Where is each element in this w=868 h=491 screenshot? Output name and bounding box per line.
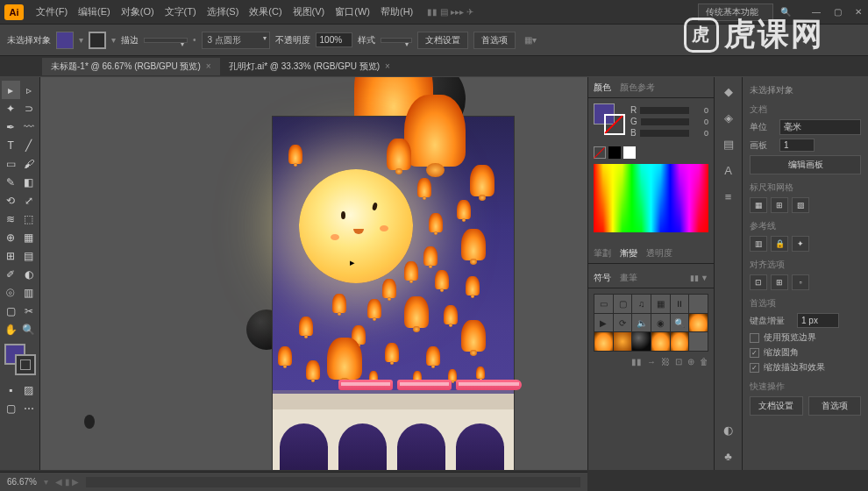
maximize-button[interactable]: ▢	[832, 7, 843, 17]
zoom-tool[interactable]: 🔍	[20, 320, 39, 338]
symbol-item[interactable]	[689, 295, 708, 313]
menu-effect[interactable]: 效果(C)	[244, 5, 287, 18]
symbol-libraries-icon[interactable]: ▮▮	[631, 357, 642, 366]
symbols-panel-tab[interactable]: 符号	[594, 272, 611, 284]
snap-point[interactable]: ⊡	[750, 274, 767, 290]
curvature-tool[interactable]: 〰	[20, 117, 39, 136]
key-increment-input[interactable]	[797, 313, 839, 328]
symbol-item[interactable]	[671, 332, 689, 351]
black-swatch[interactable]	[608, 146, 621, 159]
delete-symbol-icon[interactable]: 🗑	[700, 357, 708, 366]
libraries-dock-icon[interactable]: ▤	[720, 135, 737, 153]
width-tool[interactable]: ≋	[2, 210, 20, 228]
menu-help[interactable]: 帮助(H)	[375, 5, 418, 18]
properties-dock-icon[interactable]: ◆	[720, 82, 737, 100]
b-slider[interactable]	[640, 130, 689, 137]
appearance-dock-icon[interactable]: ◐	[720, 421, 737, 438]
graph-tool[interactable]: ▥	[20, 283, 39, 302]
doc-setup-button[interactable]: 文档设置	[417, 32, 468, 49]
symbol-options-icon[interactable]: ⊡	[675, 357, 682, 366]
symbol-item[interactable]: 🔍	[671, 314, 689, 332]
document-tab-1[interactable]: 未标题-1* @ 66.67% (RGB/GPU 预览)×	[42, 58, 220, 75]
scale-effects-checkbox[interactable]: ✓	[750, 363, 759, 373]
color-mode-gradient[interactable]: ▨	[20, 381, 39, 399]
symbol-item[interactable]	[689, 332, 708, 351]
grid-toggle[interactable]: ⊞	[771, 197, 788, 213]
hand-tool[interactable]: ✋	[2, 320, 20, 338]
align-dock-icon[interactable]: ≡	[720, 188, 737, 205]
symbol-item[interactable]	[651, 332, 670, 351]
pen-tool[interactable]: ✒	[2, 117, 20, 136]
canvas[interactable]: ▸	[40, 77, 587, 470]
r-slider[interactable]	[640, 107, 689, 114]
menu-file[interactable]: 文件(F)	[31, 5, 73, 18]
menu-view[interactable]: 视图(V)	[288, 5, 331, 18]
style-dropdown[interactable]	[381, 38, 412, 43]
guides-lock[interactable]: 🔒	[771, 236, 788, 252]
paintbrush-tool[interactable]: 🖌	[20, 154, 39, 173]
quick-prefs-button[interactable]: 首选项	[808, 396, 862, 416]
stroke-swatch[interactable]	[89, 32, 106, 49]
menu-select[interactable]: 选择(S)	[202, 5, 245, 18]
snap-pixel[interactable]: ▫	[792, 274, 809, 290]
perspective-tool[interactable]: ▦	[20, 228, 39, 246]
color-guide-tab[interactable]: 颜色参考	[620, 82, 655, 94]
free-transform-tool[interactable]: ⬚	[20, 210, 39, 228]
rectangle-tool[interactable]: ▭	[2, 154, 20, 173]
menu-object[interactable]: 对象(O)	[116, 5, 160, 18]
shaper-tool[interactable]: ✎	[2, 173, 20, 191]
shape-builder-tool[interactable]: ⊕	[2, 228, 20, 246]
units-select[interactable]: 毫米	[779, 119, 861, 135]
color-spectrum[interactable]	[594, 164, 708, 232]
edit-toolbar[interactable]: ⋯	[20, 399, 39, 417]
magic-wand-tool[interactable]: ✦	[2, 99, 20, 117]
symbol-item[interactable]: ♫	[632, 295, 651, 313]
symbol-item[interactable]: ▦	[651, 295, 670, 313]
gradient-panel-tab[interactable]: 漸變	[620, 247, 637, 260]
close-button[interactable]: ✕	[853, 7, 864, 17]
lasso-tool[interactable]: ⊃	[20, 99, 39, 117]
screen-mode[interactable]: ▢	[2, 399, 20, 417]
scale-corners-checkbox[interactable]: ✓	[750, 348, 759, 358]
symbol-item[interactable]: ▢	[614, 295, 632, 313]
menu-window[interactable]: 窗口(W)	[330, 5, 375, 18]
layers-dock-icon[interactable]: ◈	[720, 109, 737, 126]
stroke-color[interactable]	[15, 354, 36, 375]
menu-type[interactable]: 文字(T)	[160, 5, 202, 18]
mesh-tool[interactable]: ⊞	[2, 246, 20, 265]
symbol-item[interactable]: ⏸	[671, 295, 689, 313]
slice-tool[interactable]: ✂	[20, 302, 39, 320]
opacity-input[interactable]	[316, 32, 352, 47]
color-mode-fill[interactable]: ▪	[2, 381, 20, 399]
preview-bounds-checkbox[interactable]	[750, 333, 759, 343]
blend-tool[interactable]: ◐	[20, 265, 39, 283]
search-icon[interactable]: 🔍	[780, 7, 791, 17]
minimize-button[interactable]: —	[811, 7, 822, 17]
fill-swatch[interactable]	[56, 32, 74, 49]
symbol-item[interactable]	[614, 332, 632, 351]
brush-dropdown[interactable]: 3 点圆形	[202, 32, 270, 49]
horizontal-scrollbar[interactable]	[86, 477, 580, 487]
close-icon[interactable]: ×	[206, 61, 211, 71]
symbol-item[interactable]: ▶	[594, 314, 613, 332]
symbol-item[interactable]: ⟳	[614, 314, 632, 332]
new-symbol-icon[interactable]: ⊕	[687, 357, 694, 366]
scale-tool[interactable]: ⤢	[20, 191, 39, 210]
stroke-panel-tab[interactable]: 筆劃	[594, 247, 611, 260]
stroke-weight-dropdown[interactable]	[144, 38, 188, 43]
symbol-item[interactable]	[594, 332, 613, 351]
smart-guides[interactable]: ✦	[792, 236, 809, 252]
prefs-button[interactable]: 首选项	[473, 32, 516, 49]
type-dock-icon[interactable]: A	[720, 161, 737, 179]
menu-edit[interactable]: 编辑(E)	[73, 5, 116, 18]
artboard-tool[interactable]: ▢	[2, 302, 20, 320]
symbol-item[interactable]: ▭	[594, 295, 613, 313]
symbol-item[interactable]: ◉	[651, 314, 670, 332]
symbol-item[interactable]	[632, 332, 651, 351]
symbol-item[interactable]	[689, 314, 708, 332]
type-tool[interactable]: T	[2, 136, 20, 154]
document-tab-2[interactable]: 孔明灯.ai* @ 33.33% (RGB/GPU 预览)×	[220, 58, 399, 75]
close-icon[interactable]: ×	[385, 61, 390, 71]
zoom-level[interactable]: 66.67%	[7, 477, 37, 487]
break-link-icon[interactable]: ⛓	[661, 357, 670, 366]
